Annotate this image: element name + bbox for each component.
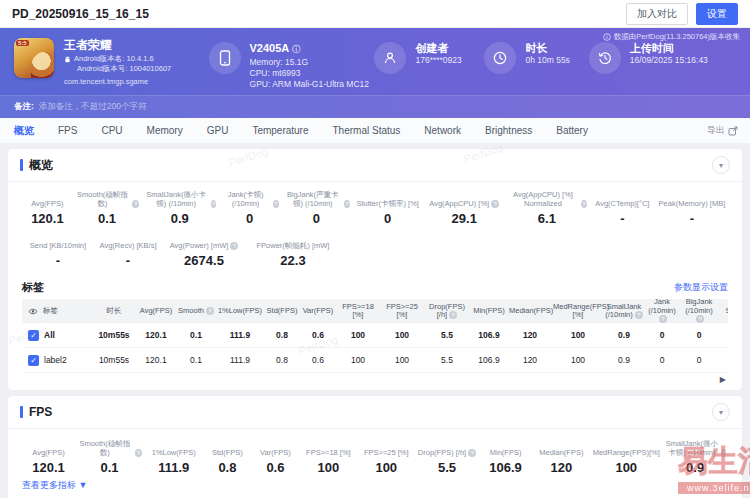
eye-icon[interactable]	[28, 308, 38, 315]
game-name: 王者荣耀	[64, 38, 195, 52]
table-header-row: 标签 时长 Avg(FPS) Smooth? 1%Low(FPS) Std(FP…	[22, 299, 728, 323]
section-accent-bar	[20, 406, 23, 418]
help-icon[interactable]: ?	[211, 200, 216, 208]
help-icon[interactable]: ?	[659, 315, 667, 323]
metric: Avg(Power) [mW]?2674.5	[162, 232, 246, 268]
param-display-settings-link[interactable]: 参数显示设置	[674, 281, 728, 294]
row-checkbox[interactable]: ✓	[28, 330, 39, 341]
fps-card: FPS ▾ Avg(FPS)120.1 Smooth(稳帧指数)?0.1 1%L…	[8, 396, 742, 498]
upload-time-block: 上传时间 16/09/2025 15:16:43	[589, 38, 738, 74]
help-icon[interactable]: ?	[635, 311, 643, 319]
tab-battery[interactable]: Battery	[556, 125, 588, 136]
tab-overview[interactable]: 概览	[14, 124, 34, 138]
tab-memory[interactable]: Memory	[147, 125, 183, 136]
add-compare-button[interactable]: 加入对比	[626, 3, 688, 25]
help-icon[interactable]: ?	[491, 200, 499, 208]
metric: Avg(AppCPU) [%]?29.1	[424, 190, 505, 226]
game-info: 王者荣耀 Android版本名: 10.4.1.6 Android版本号: 10…	[64, 38, 195, 86]
game-app-icon: 5:5	[14, 38, 54, 78]
note-label: 备注:	[14, 101, 34, 113]
collect-note: 数据由PerfDog(11.3.250764)版本收集	[603, 32, 740, 42]
creator-value: 176****0923	[415, 55, 461, 66]
metric: Jank(卡顿) (/10min)?0	[218, 190, 281, 226]
upload-time-value: 16/09/2025 15:16:43	[630, 55, 708, 66]
help-icon[interactable]: ?	[581, 200, 587, 208]
tab-network[interactable]: Network	[424, 125, 461, 136]
android-icon	[64, 56, 71, 63]
help-icon[interactable]: ?	[135, 449, 142, 457]
note-input[interactable]: 备注: 添加备注，不超过200个字符	[0, 95, 750, 118]
table-row-all[interactable]: ✓All 10m55s 120.1 0.1 111.9 0.8 0.6 100 …	[22, 323, 728, 348]
game-art	[31, 52, 54, 78]
help-icon[interactable]: ?	[230, 242, 238, 250]
labels-title: 标签	[22, 280, 44, 295]
overview-card: PerfDog PerfDog PerfDog PerfDog 概览 ▾ Avg…	[8, 149, 742, 390]
tab-temperature[interactable]: Temperature	[252, 125, 308, 136]
tab-fps[interactable]: FPS	[58, 125, 77, 136]
device-model: V2405A ⓘ	[250, 41, 370, 57]
tab-cpu[interactable]: CPU	[101, 125, 122, 136]
export-icon	[728, 126, 738, 136]
section-accent-bar	[20, 159, 23, 171]
note-placeholder: 添加备注，不超过200个字符	[39, 101, 147, 113]
help-icon[interactable]: ?	[273, 200, 279, 208]
metric: Median(FPS)120	[532, 439, 590, 475]
table-scroll-right-arrow[interactable]: ▶	[8, 373, 742, 390]
help-icon[interactable]: ?	[344, 200, 349, 208]
tab-thermal-status[interactable]: Thermal Status	[333, 125, 401, 136]
export-button[interactable]: 导出	[707, 124, 738, 137]
tab-brightness[interactable]: Brightness	[485, 125, 532, 136]
history-icon	[589, 42, 621, 74]
settings-button[interactable]: 设置	[696, 3, 738, 25]
metric: Smooth(稳帧指数)?0.1	[75, 439, 144, 475]
help-icon[interactable]: ?	[721, 449, 725, 457]
game-badge: 5:5	[16, 40, 29, 46]
help-icon[interactable]: ?	[449, 311, 457, 319]
device-memory: Memory: 15.1G	[250, 57, 370, 68]
metric: FPS>=18 [%]100	[299, 439, 357, 475]
duration-label: 时长	[525, 41, 569, 55]
device-block: V2405A ⓘ Memory: 15.1G CPU: mt6993 GPU: …	[209, 38, 375, 90]
tab-gpu[interactable]: GPU	[207, 125, 229, 136]
help-icon[interactable]: ?	[132, 200, 139, 208]
metric: 1%Low(FPS)111.9	[144, 439, 203, 475]
session-header: 数据由PerfDog(11.3.250764)版本收集 5:5 王者荣耀 And…	[0, 28, 750, 118]
metric: Var(FPS)0.6	[251, 439, 299, 475]
help-icon[interactable]: ?	[468, 449, 476, 457]
metric: Send [KB/10min]-	[22, 232, 94, 268]
creator-label: 创建者	[415, 41, 461, 55]
collapse-overview-button[interactable]: ▾	[712, 156, 730, 174]
creator-block: 创建者 176****0923	[374, 38, 484, 74]
metric: Avg(CTemp)[°C]-	[589, 190, 656, 226]
overview-metrics-row1: Avg(FPS)120.1 Smooth(稳帧指数)?0.1 SmallJank…	[8, 182, 742, 230]
metric: Min(FPS)106.9	[479, 439, 533, 475]
help-icon[interactable]: ?	[696, 315, 704, 323]
metric: Std(FPS)0.8	[203, 439, 251, 475]
metric: BigJank(严重卡顿) (/10min)?0	[281, 190, 352, 226]
metric: Avg(AppCPU) [%] Normalized?6.1	[505, 190, 589, 226]
labels-table: 标签 时长 Avg(FPS) Smooth? 1%Low(FPS) Std(FP…	[22, 299, 728, 373]
metric: Drop(FPS) [/h]?5.5	[415, 439, 479, 475]
metric: Stutter(卡顿率) [%]0	[352, 190, 424, 226]
metric: Avg(FPS)120.1	[22, 190, 73, 226]
duration-value: 0h 10m 55s	[525, 55, 569, 66]
fps-title: FPS	[29, 405, 52, 419]
metric: Peak(Memory) [MB]-	[656, 190, 728, 226]
duration-block: 时长 0h 10m 55s	[484, 38, 588, 74]
page-title: PD_20250916_15_16_15	[12, 7, 149, 21]
game-package: com.tencent.tmgp.sgame	[64, 77, 195, 86]
view-more-metrics-link[interactable]: 查看更多指标 ▼	[8, 477, 742, 498]
row-checkbox[interactable]: ✓	[28, 355, 39, 366]
upload-time-label: 上传时间	[630, 41, 708, 55]
metric: MedRange(FPS)[%]100	[590, 439, 662, 475]
top-bar: PD_20250916_15_16_15 加入对比 设置	[0, 0, 750, 28]
metric: FPower(帧能耗) [mW]22.3	[246, 232, 340, 268]
table-row-label2[interactable]: ✓label2 10m55s 120.1 0.1 111.9 0.8 0.6 1…	[22, 348, 728, 373]
android-version-code: Android版本号: 1004010607	[77, 64, 171, 74]
help-icon[interactable]: ?	[206, 307, 214, 315]
metric: Avg(Recv) [KB/s]-	[94, 232, 162, 268]
phone-icon	[209, 42, 241, 74]
collapse-fps-button[interactable]: ▾	[712, 403, 730, 421]
android-version-name: Android版本名: 10.4.1.6	[74, 54, 154, 64]
device-info-icon[interactable]: ⓘ	[292, 45, 300, 54]
